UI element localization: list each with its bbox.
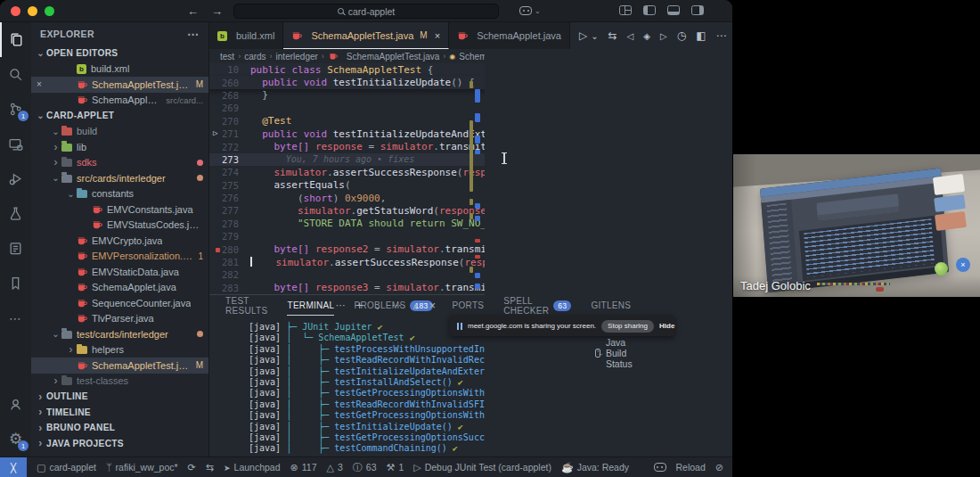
- breadcrumb-item-interledger[interactable]: interledger: [276, 52, 318, 62]
- remote-explorer-icon[interactable]: [0, 127, 31, 161]
- do-not-disturb-icon[interactable]: [715, 462, 723, 473]
- bookmarks-icon[interactable]: [0, 266, 31, 300]
- tree-item-src-cards-interledger[interactable]: src/cards/interledger: [31, 170, 208, 186]
- copilot-menu[interactable]: ⌄: [519, 6, 541, 15]
- code-line-279[interactable]: 279: [209, 230, 485, 243]
- stop-sharing-button[interactable]: Stop sharing: [601, 320, 654, 333]
- code-line-269[interactable]: 269: [209, 102, 485, 114]
- tree-item-emvcrypto-java[interactable]: EMVCrypto.java: [31, 233, 208, 249]
- run-java-button[interactable]: [579, 29, 587, 42]
- breadcrumb-item-cards[interactable]: cards: [244, 52, 265, 62]
- code-line-272[interactable]: 272 byte[] response = simulator.transmit…: [209, 140, 485, 152]
- forward-icon[interactable]: [211, 4, 223, 18]
- tab-schemaapplettest-java[interactable]: SchemaAppletTest.javaM×: [283, 22, 449, 49]
- tree-item-schemaapplet-java[interactable]: SchemaApplet.java: [31, 280, 208, 296]
- code-line-274[interactable]: 274 simulator.assertSuccessResponse(resp…: [209, 166, 485, 178]
- errors-count[interactable]: 117: [290, 462, 317, 473]
- info-count[interactable]: 63: [353, 461, 377, 474]
- reload-button[interactable]: Reload: [676, 462, 706, 473]
- participant-video[interactable]: × Tadej Golobic: [733, 154, 980, 297]
- compare-changes-icon[interactable]: [608, 29, 617, 42]
- tree-item-constants[interactable]: constants: [31, 186, 208, 202]
- additional-views-icon[interactable]: ⋯: [0, 300, 31, 335]
- terminal-dropdown-icon[interactable]: [373, 300, 380, 311]
- search-view-icon[interactable]: [0, 57, 31, 92]
- tree-item-emvpersonalization-java[interactable]: EMVPersonalization.java1: [31, 249, 208, 265]
- java-status[interactable]: Java: Ready: [561, 462, 629, 473]
- code-line-278[interactable]: 278 "STORE DATA should return SW_NO_ERRO…: [209, 218, 485, 230]
- tab-build-xml[interactable]: bbuild.xml: [209, 22, 283, 49]
- code-line-283[interactable]: 283 byte[] response3 = simulator.transmi…: [209, 282, 485, 294]
- run-dropdown-icon[interactable]: [591, 29, 598, 42]
- tree-item-test-classes[interactable]: test-classes: [31, 374, 208, 390]
- project-badge[interactable]: card-applet: [37, 462, 96, 473]
- accounts-icon[interactable]: [0, 387, 31, 422]
- tree-item-schemaapplettest-jav[interactable]: ×SchemaAppletTest.jav...M: [31, 77, 208, 93]
- close-panel-icon[interactable]: [429, 299, 436, 312]
- previous-change-icon[interactable]: [627, 29, 634, 42]
- section-open-editors[interactable]: OPEN EDITORS: [31, 45, 208, 62]
- toggle-panel-icon[interactable]: [667, 5, 680, 15]
- toggle-sidebar-icon[interactable]: [643, 5, 656, 15]
- code-line-273[interactable]: 273 You, 7 hours ago • fixes: [209, 153, 485, 166]
- tree-item-sequencecounter-java[interactable]: SequenceCounter.java: [31, 295, 208, 311]
- close-icon[interactable]: ×: [435, 30, 440, 41]
- split-editor-icon[interactable]: [696, 29, 706, 42]
- tree-item-schemaapplet-java[interactable]: SchemaApplet.javasrc/card...: [31, 93, 208, 109]
- code-line-276[interactable]: 276 (short) 0x9000,: [209, 192, 485, 204]
- code-line-277[interactable]: 277 simulator.getStatusWord(response),: [209, 204, 485, 217]
- customize-layout-icon[interactable]: [619, 5, 632, 15]
- code-line-282[interactable]: 282: [209, 268, 485, 281]
- panel-tab-test-results[interactable]: TEST RESULTS: [225, 295, 267, 316]
- breadcrumb-item-schemaapplettest-java[interactable]: SchemaAppletTest.java: [347, 52, 440, 62]
- additional-views-icon[interactable]: [336, 300, 346, 311]
- tree-item-schemaapplettest-java[interactable]: SchemaAppletTest.javaM: [31, 358, 208, 374]
- breadcrumb[interactable]: test›cards›interledger›SchemaAppletTest.…: [209, 49, 485, 63]
- minimize-window-button[interactable]: [28, 6, 37, 16]
- tree-item-tlvparser-java[interactable]: TlvParser.java: [31, 311, 208, 327]
- run-debug-icon[interactable]: [0, 161, 31, 196]
- tree-item-emvstatuscodes-java[interactable]: EMVStatusCodes.java: [31, 218, 208, 234]
- panel-tab-ports[interactable]: PORTS: [453, 295, 485, 316]
- testing-icon[interactable]: [0, 196, 31, 231]
- changes-icon[interactable]: [643, 29, 650, 42]
- more-actions-icon[interactable]: [716, 29, 727, 42]
- notebook-icon[interactable]: [0, 231, 31, 266]
- code-line-260[interactable]: 260 public void testInitializeUpdate() {: [209, 76, 485, 88]
- code-line-10[interactable]: 10public class SchemaAppletTest {: [209, 63, 485, 76]
- zoom-window-button[interactable]: [45, 6, 54, 16]
- explorer-more-actions-icon[interactable]: ⋯: [187, 28, 200, 41]
- code-line-281[interactable]: 281 simulator.assertSuccessResponse(resp…: [209, 256, 485, 268]
- sync-changes-icon[interactable]: [188, 462, 196, 473]
- code-line-280[interactable]: 280 byte[] response2 = simulator.transmi…: [209, 243, 485, 255]
- panel-more-actions-icon[interactable]: [392, 300, 402, 311]
- tab-schemaapplet-java[interactable]: SchemaApplet.java: [449, 22, 570, 49]
- terminal-output[interactable]: [java] ├─ JUnit Jupiter[java] │ └─ Schem…: [209, 316, 485, 456]
- maximize-panel-icon[interactable]: [412, 300, 419, 311]
- toggle-secondary-sidebar-icon[interactable]: [691, 5, 704, 15]
- debug-junit-test[interactable]: Debug JUnit Test (card-applet): [413, 462, 551, 473]
- run-test-icon[interactable]: ▷: [213, 128, 217, 137]
- tree-item-helpers[interactable]: helpers: [31, 342, 208, 358]
- section-java-projects[interactable]: JAVA PROJECTS: [31, 436, 208, 452]
- panel-tab-terminal[interactable]: TERMINAL: [287, 295, 334, 316]
- back-icon[interactable]: [187, 4, 199, 18]
- section-timeline[interactable]: TIMELINE: [31, 405, 208, 421]
- copilot-status[interactable]: [654, 463, 666, 472]
- warnings-count[interactable]: 3: [327, 462, 343, 473]
- code-line-275[interactable]: 275 assertEquals(: [209, 179, 485, 192]
- tree-item-emvconstants-java[interactable]: EMVConstants.java: [31, 201, 208, 218]
- section-card-applet[interactable]: CARD-APPLET: [31, 108, 208, 124]
- terminal-list-item-java-build-status[interactable]: Java Build Status: [595, 337, 637, 369]
- close-icon[interactable]: ×: [37, 79, 42, 89]
- source-control-icon[interactable]: 1: [0, 92, 31, 127]
- tasks-count[interactable]: 1: [387, 462, 404, 473]
- tree-item-sdks[interactable]: sdks: [31, 155, 208, 171]
- launchpad[interactable]: Launchpad: [224, 462, 281, 473]
- breadcrumb-item-schemaapplettest[interactable]: SchemaAppletTest: [459, 52, 485, 62]
- git-branch[interactable]: rafiki_ww_poc*: [106, 462, 178, 473]
- tree-item-build-xml[interactable]: bbuild.xml: [31, 62, 208, 78]
- compare-refs-icon[interactable]: [206, 462, 214, 473]
- settings-gear-icon[interactable]: ⚙ 1: [0, 422, 31, 456]
- section-bruno-panel[interactable]: BRUNO PANEL: [31, 420, 208, 436]
